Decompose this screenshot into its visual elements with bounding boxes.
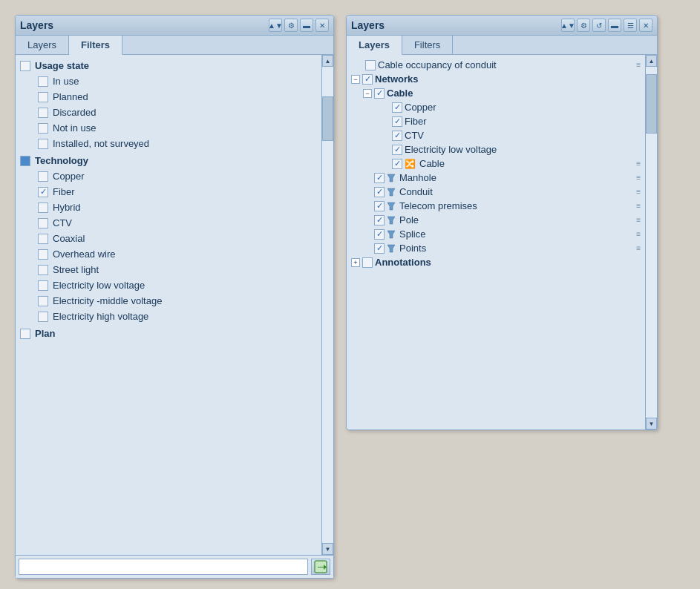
left-panel-icons: ▲▼ ⚙ ▬ ✕ bbox=[269, 19, 329, 32]
checkbox-in-use[interactable] bbox=[38, 76, 48, 87]
expander-cable[interactable]: − bbox=[363, 89, 372, 98]
svg-marker-6 bbox=[387, 231, 395, 238]
label-elec-mid: Electricity -middle voltage bbox=[53, 295, 162, 306]
refresh-icon-right[interactable]: ↺ bbox=[592, 19, 606, 32]
checkbox-ctv-r[interactable] bbox=[392, 131, 402, 141]
expander-networks[interactable]: − bbox=[351, 75, 360, 84]
label-in-use: In use bbox=[53, 76, 79, 87]
settings-icon[interactable]: ⚙ bbox=[284, 19, 298, 32]
list-icon-points: ≡ bbox=[636, 244, 641, 252]
checkbox-elec-low[interactable] bbox=[38, 280, 48, 291]
cable-special-icon: 🔀 bbox=[405, 159, 416, 169]
label-elec-low: Electricity low voltage bbox=[53, 280, 145, 291]
expander-annotations[interactable]: + bbox=[351, 258, 360, 267]
label-street-light: Street light bbox=[53, 264, 99, 275]
item-fiber: Fiber bbox=[17, 184, 320, 200]
list-icon-cable-occupancy: ≡ bbox=[636, 61, 641, 69]
group-usage-state-label: Usage state bbox=[35, 60, 89, 71]
settings-icon-right[interactable]: ⚙ bbox=[577, 19, 590, 32]
scroll-up-btn-left[interactable]: ▲ bbox=[322, 55, 333, 67]
checkbox-splice[interactable] bbox=[374, 229, 385, 240]
right-panel-titlebar: Layers ▲▼ ⚙ ↺ ▬ ☰ ✕ bbox=[347, 16, 657, 36]
checkbox-conduit[interactable] bbox=[374, 187, 385, 197]
checkbox-manhole[interactable] bbox=[374, 173, 385, 183]
label-elec-high: Electricity high voltage bbox=[53, 311, 148, 322]
left-panel-tabs: Layers Filters bbox=[16, 36, 333, 55]
list-icon-splice: ≡ bbox=[636, 230, 641, 238]
label-planned: Planned bbox=[53, 91, 88, 102]
checkbox-not-in-use[interactable] bbox=[38, 123, 48, 134]
list-icon-conduit: ≡ bbox=[636, 188, 641, 196]
funnel-icon-points bbox=[387, 244, 396, 253]
checkbox-planned[interactable] bbox=[38, 92, 48, 102]
label-copper-r: Copper bbox=[405, 102, 641, 113]
tree-cable-parent: − Cable bbox=[348, 86, 644, 100]
checkbox-annotations[interactable] bbox=[362, 257, 373, 268]
label-manhole: Manhole bbox=[399, 172, 634, 183]
label-cable-child: Cable bbox=[419, 158, 634, 169]
right-panel-scrollbar[interactable]: ▲ ▼ bbox=[645, 55, 657, 430]
collapse-icon-right[interactable]: ▲▼ bbox=[561, 19, 575, 32]
checkbox-copper[interactable] bbox=[38, 171, 48, 182]
minimize-icon[interactable]: ▬ bbox=[300, 19, 313, 32]
right-panel-scroll[interactable]: Cable occupancy of conduit ≡ − Networks … bbox=[347, 55, 645, 430]
right-layers-panel: Layers ▲▼ ⚙ ↺ ▬ ☰ ✕ Layers Filters Cable… bbox=[346, 15, 658, 430]
left-layers-panel: Layers ▲▼ ⚙ ▬ ✕ Layers Filters Usage sta… bbox=[15, 15, 334, 579]
tree-cable-occupancy: Cable occupancy of conduit ≡ bbox=[348, 58, 644, 72]
collapse-icon[interactable]: ▲▼ bbox=[269, 19, 282, 32]
checkbox-overhead-wire[interactable] bbox=[38, 249, 48, 260]
left-panel-scrollbar[interactable]: ▲ ▼ bbox=[321, 55, 333, 555]
label-ctv-r: CTV bbox=[405, 130, 641, 141]
scroll-down-btn-left[interactable]: ▼ bbox=[322, 543, 333, 555]
tab-layers-right[interactable]: Layers bbox=[347, 36, 402, 55]
checkbox-pole[interactable] bbox=[374, 215, 385, 226]
checkbox-installed-not-surveyed[interactable] bbox=[38, 139, 48, 149]
label-not-in-use: Not in use bbox=[53, 122, 97, 134]
tree-conduit: Conduit ≡ bbox=[348, 185, 644, 199]
checkbox-networks[interactable] bbox=[362, 74, 373, 85]
checkbox-copper-r[interactable] bbox=[392, 102, 402, 113]
left-panel-scroll[interactable]: Usage state In use Planned Discarded Not… bbox=[16, 55, 321, 555]
label-pole: Pole bbox=[399, 214, 634, 226]
minimize-icon-right[interactable]: ▬ bbox=[608, 19, 621, 32]
filter-input[interactable] bbox=[19, 559, 308, 575]
checkbox-coaxial[interactable] bbox=[38, 234, 48, 244]
checkbox-hybrid[interactable] bbox=[38, 203, 48, 213]
checkbox-plan[interactable] bbox=[20, 329, 30, 339]
tree-pole: Pole ≡ bbox=[348, 213, 644, 227]
tree-ctv: CTV bbox=[348, 128, 644, 142]
item-ctv: CTV bbox=[17, 215, 320, 231]
list-icon-right[interactable]: ☰ bbox=[624, 19, 637, 32]
tab-filters-right[interactable]: Filters bbox=[402, 36, 453, 54]
right-panel-icons: ▲▼ ⚙ ↺ ▬ ☰ ✕ bbox=[561, 19, 652, 32]
svg-marker-2 bbox=[387, 174, 395, 182]
checkbox-points[interactable] bbox=[374, 243, 385, 254]
checkbox-elec-mid[interactable] bbox=[38, 296, 48, 306]
checkbox-usage-state[interactable] bbox=[20, 61, 30, 71]
group-plan: Plan bbox=[17, 326, 320, 341]
checkbox-fiber-r[interactable] bbox=[392, 116, 402, 127]
checkbox-elec-high[interactable] bbox=[38, 312, 48, 322]
tab-layers-left[interactable]: Layers bbox=[16, 36, 69, 54]
item-street-light: Street light bbox=[17, 262, 320, 277]
apply-filter-btn[interactable] bbox=[311, 559, 330, 575]
checkbox-cable-parent[interactable] bbox=[374, 88, 385, 99]
checkbox-ctv[interactable] bbox=[38, 218, 48, 228]
checkbox-cable-occupancy[interactable] bbox=[365, 60, 376, 70]
right-panel-title: Layers bbox=[351, 19, 385, 31]
scroll-up-btn-right[interactable]: ▲ bbox=[646, 55, 657, 67]
item-coaxial: Coaxial bbox=[17, 231, 320, 246]
close-icon[interactable]: ✕ bbox=[315, 19, 329, 32]
item-elec-high: Electricity high voltage bbox=[17, 309, 320, 324]
tree-splice: Splice ≡ bbox=[348, 227, 644, 241]
tab-filters-left[interactable]: Filters bbox=[69, 36, 122, 55]
label-ctv: CTV bbox=[53, 217, 72, 228]
checkbox-elec-low-r[interactable] bbox=[392, 145, 402, 155]
checkbox-fiber[interactable] bbox=[38, 187, 48, 197]
checkbox-cable-child[interactable] bbox=[392, 159, 402, 169]
checkbox-telecom[interactable] bbox=[374, 201, 385, 211]
close-icon-right[interactable]: ✕ bbox=[639, 19, 652, 32]
checkbox-street-light[interactable] bbox=[38, 265, 48, 275]
scroll-down-btn-right[interactable]: ▼ bbox=[646, 418, 657, 430]
checkbox-discarded[interactable] bbox=[38, 108, 48, 118]
